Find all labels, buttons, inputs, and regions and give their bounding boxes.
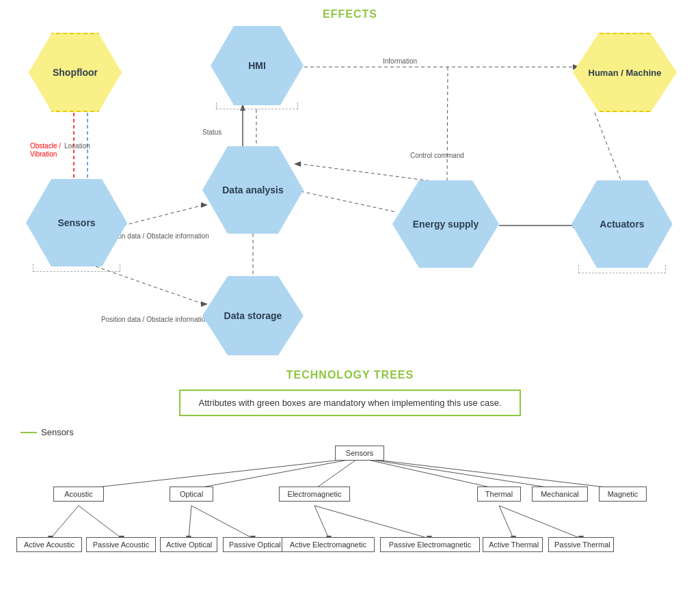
tree-passive-optical: Passive Optical	[223, 537, 283, 552]
svg-line-49	[499, 506, 581, 538]
actuators-hex: Actuators	[571, 180, 673, 268]
data-analysis-node: Data analysis	[202, 146, 304, 234]
data-storage-node: Data storage	[202, 276, 304, 355]
tree-active-thermal: Active Thermal	[483, 537, 543, 552]
tree-active-optical: Active Optical	[160, 537, 217, 552]
energy-supply-node: Energy supply	[392, 180, 499, 268]
svg-line-23	[79, 458, 359, 489]
vibration-label: Vibration	[30, 150, 57, 158]
tree-passive-em: Passive Electromagnetic	[380, 537, 480, 552]
tree-passive-acoustic: Passive Acoustic	[86, 537, 156, 552]
svg-line-16	[96, 266, 204, 304]
tree-thermal: Thermal	[477, 487, 521, 502]
sensors-hex: Sensors	[26, 179, 127, 266]
effects-title: EFFECTS	[0, 0, 700, 20]
tree-mechanical: Mechanical	[532, 487, 588, 502]
human-machine-hex: Human / Machine	[573, 33, 677, 112]
energy-supply-hex: Energy supply	[392, 180, 499, 268]
tree-electromagnetic: Electromagnetic	[279, 487, 350, 502]
human-machine-node: Human / Machine	[573, 33, 677, 112]
shopfloor-node: Shopfloor	[29, 33, 122, 112]
tree-optical: Optical	[170, 487, 213, 502]
mandatory-box: Attributes with green boxes are mandator…	[179, 389, 521, 416]
shopfloor-hex: Shopfloor	[29, 33, 122, 112]
tree-magnetic: Magnetic	[599, 487, 647, 502]
tree-diagram: Sensors Acoustic Optical Electromagnetic…	[0, 443, 700, 593]
tree-passive-thermal: Passive Thermal	[548, 537, 614, 552]
svg-line-35	[51, 506, 79, 538]
info-label: Information	[383, 57, 417, 65]
tree-root: Sensors	[335, 446, 384, 461]
svg-line-47	[499, 506, 513, 538]
svg-line-33	[359, 458, 623, 489]
tech-trees-title: TECHNOLOGY TREES	[0, 369, 700, 381]
location-label: Location	[64, 142, 90, 150]
svg-line-13	[595, 113, 622, 183]
tree-active-em: Active Electromagnetic	[282, 537, 375, 552]
posdata2-label: Position data / Obstacle information	[101, 316, 209, 323]
svg-line-14	[123, 205, 204, 225]
svg-line-39	[189, 506, 191, 538]
tree-active-acoustic: Active Acoustic	[16, 537, 82, 552]
svg-line-41	[191, 506, 253, 538]
actuators-node: Actuators	[571, 180, 673, 268]
svg-line-29	[359, 458, 499, 489]
sensors-section-label: Sensors	[21, 427, 700, 437]
svg-line-25	[191, 458, 359, 489]
tech-trees-section: TECHNOLOGY TREES Attributes with green b…	[0, 362, 700, 593]
sensors-label-text: Sensors	[41, 427, 74, 437]
svg-line-31	[359, 458, 560, 489]
effects-section: EFFECTS	[0, 0, 700, 362]
svg-line-45	[314, 506, 429, 538]
tree-acoustic: Acoustic	[53, 487, 104, 502]
tree-arrows	[0, 443, 700, 593]
hmi-node: HMI	[211, 26, 304, 105]
sensors-node: Sensors	[26, 179, 127, 266]
svg-line-43	[314, 506, 329, 538]
data-analysis-hex: Data analysis	[202, 146, 304, 234]
svg-line-37	[79, 506, 122, 538]
data-storage-hex: Data storage	[202, 276, 304, 355]
status-label: Status	[202, 128, 221, 136]
svg-line-22	[447, 67, 448, 183]
svg-line-27	[314, 458, 359, 489]
svg-line-10	[301, 191, 395, 212]
hmi-hex: HMI	[211, 26, 304, 105]
control-label: Control command	[410, 152, 464, 159]
sensors-label-line	[21, 432, 37, 433]
obstacle-label: Obstacle /	[30, 142, 61, 150]
mandatory-text: Attributes with green boxes are mandator…	[199, 398, 502, 408]
